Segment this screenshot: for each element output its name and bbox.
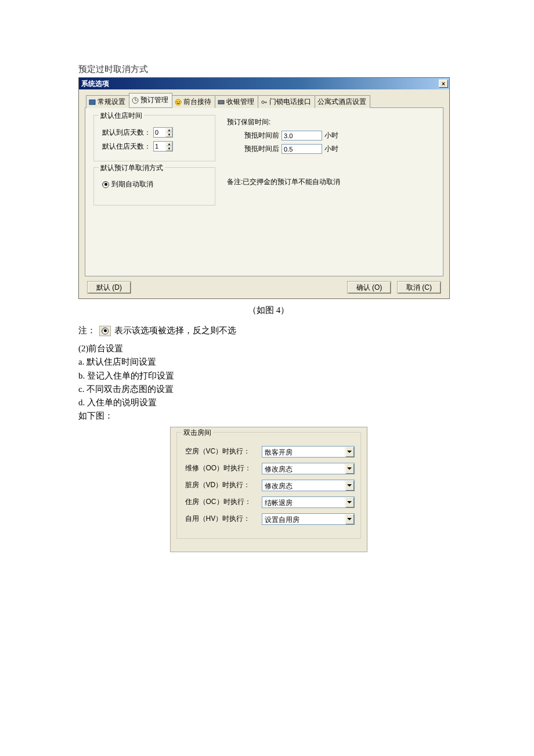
tab-booking[interactable]: 预订管理 xyxy=(129,93,172,107)
svg-marker-12 xyxy=(347,467,352,470)
after-unit: 小时 xyxy=(324,144,338,154)
tab-lock-phone[interactable]: 门锁电话接口 xyxy=(258,95,315,108)
chevron-down-icon[interactable] xyxy=(345,480,354,491)
row-label: 空房（VC）时执行： xyxy=(185,447,257,456)
section2-d: d. 入住单的说明设置 xyxy=(78,396,459,409)
after-input[interactable] xyxy=(282,144,322,154)
tab-cashier[interactable]: 收银管理 xyxy=(215,95,258,108)
combo-value: 散客开房 xyxy=(262,447,345,457)
radio-label: 到期自动取消 xyxy=(111,179,153,189)
svg-marker-15 xyxy=(347,518,352,520)
note-suffix: 表示该选项被选择，反之则不选 xyxy=(114,325,236,336)
spin-up-icon[interactable]: ▲ xyxy=(166,142,172,146)
combo-vc[interactable]: 散客开房 xyxy=(262,446,355,458)
group-legend: 双击房间 xyxy=(182,428,213,438)
page-heading: 预定过时取消方式 xyxy=(78,64,459,75)
chevron-down-icon[interactable] xyxy=(345,463,354,474)
arrive-days-label: 默认到店天数： xyxy=(102,128,151,138)
combo-value: 修改房态 xyxy=(262,463,345,474)
tab-strip: 常规设置 预订管理 前台接待 xyxy=(85,95,443,108)
stay-days-label: 默认住店天数： xyxy=(102,142,151,152)
note-line: 注： 表示该选项被选择，反之则不选 xyxy=(78,325,459,336)
figure-caption: （如图 4） xyxy=(78,305,459,316)
before-unit: 小时 xyxy=(324,131,338,141)
dialog-title: 系统选项 xyxy=(81,79,109,89)
tab-apartment[interactable]: 公寓式酒店设置 xyxy=(315,95,370,108)
spin-down-icon[interactable]: ▼ xyxy=(166,132,172,137)
section2-a: a. 默认住店时间设置 xyxy=(78,355,459,369)
group-legend: 默认预订单取消方式 xyxy=(99,163,165,173)
cashier-icon xyxy=(218,99,225,106)
close-button[interactable]: × xyxy=(439,80,448,88)
svg-marker-14 xyxy=(347,501,352,503)
combo-vd[interactable]: 修改房态 xyxy=(262,480,355,491)
chevron-down-icon[interactable] xyxy=(345,497,354,507)
before-input[interactable] xyxy=(282,131,322,141)
close-icon: × xyxy=(442,81,445,87)
svg-rect-0 xyxy=(89,100,95,105)
general-icon xyxy=(89,99,96,106)
row-label: 住房（OC）时执行： xyxy=(185,497,257,507)
row-label: 脏房（VD）时执行： xyxy=(185,480,257,490)
spin-up-icon[interactable]: ▲ xyxy=(166,128,172,132)
combo-hv[interactable]: 设置自用房 xyxy=(262,513,355,525)
cancel-button[interactable]: 取消 (C) xyxy=(397,281,441,294)
section2-b: b. 登记入住单的打印设置 xyxy=(78,369,459,383)
combo-oo[interactable]: 修改房态 xyxy=(262,463,355,474)
combo-value: 结帐退房 xyxy=(262,497,345,507)
reserve-title: 预订保留时间: xyxy=(227,117,435,127)
after-label: 预抵时间后 xyxy=(244,144,279,154)
tab-label: 前台接待 xyxy=(183,97,211,107)
chevron-down-icon[interactable] xyxy=(345,447,354,457)
remark-text: 备注:已交押金的预订单不能自动取消 xyxy=(227,177,340,187)
radio-checked-icon xyxy=(102,327,109,334)
group-default-cancel: 默认预订单取消方式 到期自动取消 xyxy=(93,167,215,206)
radio-auto-cancel[interactable] xyxy=(102,181,109,188)
row-label: 维修（OO）时执行： xyxy=(185,463,257,473)
section2-below: 如下图： xyxy=(78,409,459,423)
lock-icon xyxy=(261,99,268,106)
row-label: 自用（HV）时执行： xyxy=(185,514,257,524)
stay-days-spinner[interactable]: ▲▼ xyxy=(153,141,173,152)
svg-point-5 xyxy=(176,101,178,102)
chevron-down-icon[interactable] xyxy=(345,514,354,524)
section2-c: c. 不同双击房态图的设置 xyxy=(78,383,459,396)
svg-rect-7 xyxy=(218,100,224,104)
tab-label: 公寓式酒店设置 xyxy=(317,97,366,107)
before-label: 预抵时间前 xyxy=(244,131,279,141)
group-default-checkin: 默认住店时间 默认到店天数： ▲▼ 默认住店天数： xyxy=(93,115,215,161)
tab-label: 门锁电话接口 xyxy=(269,97,311,107)
tab-label: 常规设置 xyxy=(98,97,125,107)
dblclick-room-panel: 双击房间 空房（VC）时执行： 散客开房 维修（OO）时执行： 修改房态 xyxy=(170,427,367,552)
svg-marker-11 xyxy=(347,451,352,453)
svg-point-8 xyxy=(262,100,264,103)
svg-point-6 xyxy=(179,101,180,102)
ok-button[interactable]: 确认 (O) xyxy=(347,281,391,294)
reception-icon xyxy=(175,99,182,106)
default-button[interactable]: 默认 (D) xyxy=(87,281,131,294)
tab-label: 预订管理 xyxy=(140,95,168,105)
svg-marker-13 xyxy=(347,484,352,487)
group-legend: 默认住店时间 xyxy=(99,111,144,121)
arrive-days-input[interactable] xyxy=(154,128,165,137)
svg-point-4 xyxy=(175,99,181,105)
arrive-days-spinner[interactable]: ▲▼ xyxy=(153,127,173,138)
spin-down-icon[interactable]: ▼ xyxy=(166,146,172,151)
combo-oc[interactable]: 结帐退房 xyxy=(262,496,355,508)
tab-reception[interactable]: 前台接待 xyxy=(172,95,215,108)
combo-value: 设置自用房 xyxy=(262,514,345,524)
section2-title: (2)前台设置 xyxy=(78,342,459,355)
system-options-dialog: 系统选项 × 常规设置 预订管理 xyxy=(78,77,450,299)
stay-days-input[interactable] xyxy=(154,142,165,151)
note-prefix: 注： xyxy=(78,325,96,336)
tab-general[interactable]: 常规设置 xyxy=(86,95,129,108)
tab-content: 默认住店时间 默认到店天数： ▲▼ 默认住店天数： xyxy=(85,108,443,276)
radio-demo-icon xyxy=(99,326,111,336)
combo-value: 修改房态 xyxy=(262,480,345,491)
tab-label: 收银管理 xyxy=(226,97,254,107)
titlebar: 系统选项 × xyxy=(79,78,449,89)
booking-icon xyxy=(132,97,139,104)
